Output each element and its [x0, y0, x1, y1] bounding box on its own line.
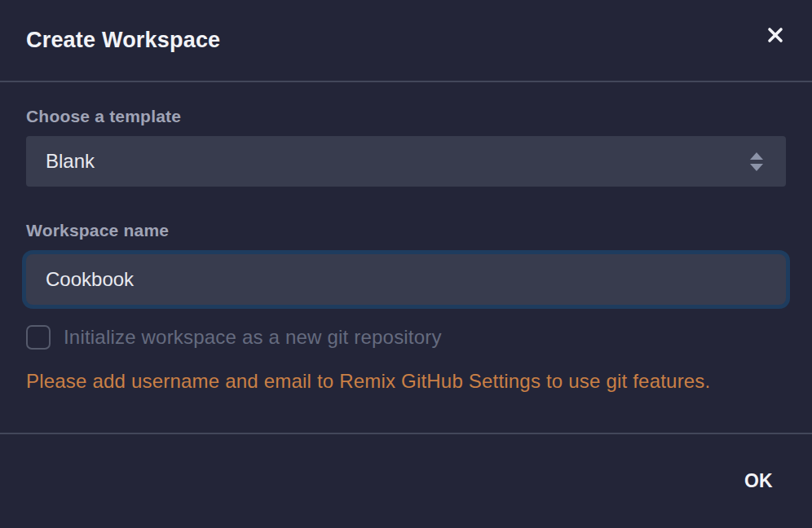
workspace-name-input[interactable] [26, 254, 786, 305]
git-checkbox-row: Initialize workspace as a new git reposi… [26, 325, 786, 350]
template-select-value: Blank [46, 150, 95, 173]
template-field-label: Choose a template [26, 107, 786, 126]
git-init-checkbox-label: Initialize workspace as a new git reposi… [64, 326, 442, 349]
template-select[interactable]: Blank [26, 136, 786, 187]
modal-footer: OK [0, 433, 812, 528]
modal-header: Create Workspace [0, 0, 812, 82]
git-settings-warning: Please add username and email to Remix G… [26, 370, 786, 393]
name-field-label: Workspace name [26, 221, 786, 240]
name-field-group: Workspace name [26, 221, 786, 309]
modal-body: Choose a template Blank Workspace name I… [0, 82, 812, 433]
up-down-arrows-icon [750, 152, 763, 171]
close-button[interactable] [763, 23, 788, 47]
ok-button[interactable]: OK [731, 462, 786, 500]
git-init-checkbox[interactable] [26, 325, 51, 350]
create-workspace-modal: Create Workspace Choose a template Blank [0, 0, 812, 528]
close-icon [766, 26, 784, 44]
modal-title: Create Workspace [26, 28, 220, 53]
template-field-group: Choose a template Blank [26, 107, 786, 187]
